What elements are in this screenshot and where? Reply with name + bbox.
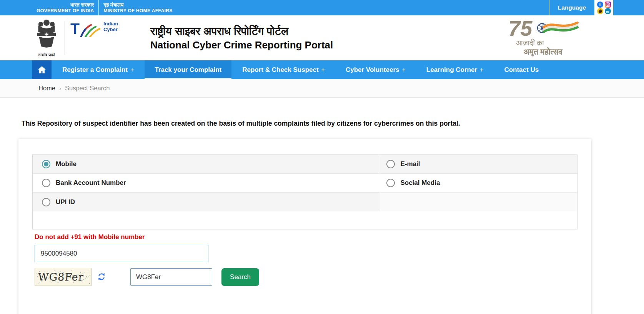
option-empty-cell — [380, 193, 577, 211]
ashoka-emblem-icon — [35, 18, 58, 51]
radio-email[interactable] — [386, 160, 395, 168]
option-mobile[interactable]: Mobile — [33, 155, 380, 173]
plus-icon: + — [130, 66, 134, 73]
i4c-logo-text: Indian Cyber — [103, 21, 118, 37]
svg-text:in: in — [606, 10, 609, 13]
azadi-75-numeral: 75 — [508, 16, 532, 41]
portal-title: राष्ट्रीय साइबर अपराध रिपोर्टिंग पोर्टल … — [150, 25, 333, 51]
chevron-right-icon: › — [59, 85, 61, 91]
captcha-refresh-button[interactable] — [97, 272, 107, 282]
i4c-logo: T Indian Cyber — [70, 20, 128, 37]
breadcrumb: Home › Suspect Search — [0, 79, 644, 98]
nav-contact-us[interactable]: Contact Us — [494, 60, 549, 79]
tricolor-ribbon-icon — [542, 19, 579, 37]
radio-social-media[interactable] — [386, 179, 395, 187]
option-row: UPI ID — [33, 193, 577, 211]
social-links-box: f in — [595, 0, 613, 15]
national-emblem: सत्यमेव जयते — [34, 18, 59, 57]
nav-track-your-complaint[interactable]: Track your Complaint — [145, 60, 231, 79]
azadi-ka-amrit-mahotsav-logo: 75 आज़ादी का अमृत महोत्सव — [504, 18, 579, 58]
portal-title-hindi: राष्ट्रीय साइबर अपराध रिपोर्टिंग पोर्टल — [150, 25, 333, 38]
option-email[interactable]: E-mail — [380, 155, 577, 173]
azadi-text-line1: आज़ादी का — [516, 39, 544, 47]
table-filler — [33, 211, 577, 229]
search-button[interactable]: Search — [221, 268, 259, 286]
radio-upi-id[interactable] — [42, 198, 50, 206]
nav-cyber-volunteers[interactable]: Cyber Volunteers + — [336, 60, 416, 79]
plus-icon: + — [402, 66, 405, 73]
nav-learning-corner[interactable]: Learning Corner + — [416, 60, 494, 79]
radio-mobile[interactable] — [42, 160, 50, 168]
portal-title-english: National Cyber Crime Reporting Portal — [150, 39, 333, 52]
mobile-number-warning: Do not add +91 with Mobile number — [35, 233, 577, 241]
government-of-india-label: भारत सरकार GOVERNMENT OF INDIA — [37, 0, 94, 15]
language-menu[interactable]: Language — [549, 0, 594, 15]
linkedin-icon[interactable]: in — [605, 8, 611, 14]
identifier-options-table: Mobile E-mail Bank Account Number Social… — [32, 155, 577, 229]
svg-text:f: f — [599, 2, 601, 7]
option-row: Mobile E-mail — [33, 155, 577, 174]
main-navigation: Register a Complaint + Track your Compla… — [0, 60, 644, 79]
captcha-input[interactable] — [130, 268, 212, 286]
suspect-search-card: Mobile E-mail Bank Account Number Social… — [18, 139, 591, 314]
header-divider — [65, 21, 65, 55]
home-button[interactable] — [32, 60, 52, 79]
azadi-text-line2: अमृत महोत्सव — [524, 47, 562, 56]
plus-icon: + — [321, 66, 325, 73]
home-icon — [37, 65, 47, 75]
breadcrumb-current: Suspect Search — [65, 85, 110, 92]
nav-report-check-suspect[interactable]: Report & Check Suspect + — [232, 60, 335, 79]
koo-icon[interactable] — [597, 8, 603, 14]
option-upi-id[interactable]: UPI ID — [33, 193, 380, 211]
portal-header: सत्यमेव जयते T Indian Cyber राष्ट्रीय सा… — [0, 15, 644, 60]
nav-register-a-complaint[interactable]: Register a Complaint + — [52, 60, 144, 79]
topbar-divider — [98, 0, 99, 15]
instagram-icon[interactable] — [605, 2, 611, 8]
radio-bank-account[interactable] — [42, 179, 50, 187]
ministry-of-home-affairs-label: गृह मंत्रालय MINISTRY OF HOME AFFAIRS — [103, 0, 172, 15]
option-bank-account-number[interactable]: Bank Account Number — [33, 174, 380, 192]
captcha-image: WG8Fer — [35, 268, 92, 286]
svg-text:T: T — [70, 20, 80, 37]
option-social-media[interactable]: Social Media — [380, 174, 577, 192]
option-row: Bank Account Number Social Media — [33, 174, 577, 193]
captcha-section: WG8Fer Search — [35, 268, 577, 286]
plus-icon: + — [480, 66, 483, 73]
government-topbar: भारत सरकार GOVERNMENT OF INDIA गृह मंत्र… — [0, 0, 644, 15]
emblem-caption: सत्यमेव जयते — [34, 53, 59, 57]
refresh-icon — [97, 272, 106, 281]
captcha-text: WG8Fer — [38, 271, 84, 283]
mobile-number-input[interactable] — [35, 245, 208, 262]
repository-description: This Repository of suspect identifier ha… — [22, 120, 579, 128]
facebook-icon[interactable]: f — [597, 2, 603, 8]
breadcrumb-home-link[interactable]: Home — [38, 85, 55, 92]
i4c-logo-icon: T — [70, 20, 100, 37]
